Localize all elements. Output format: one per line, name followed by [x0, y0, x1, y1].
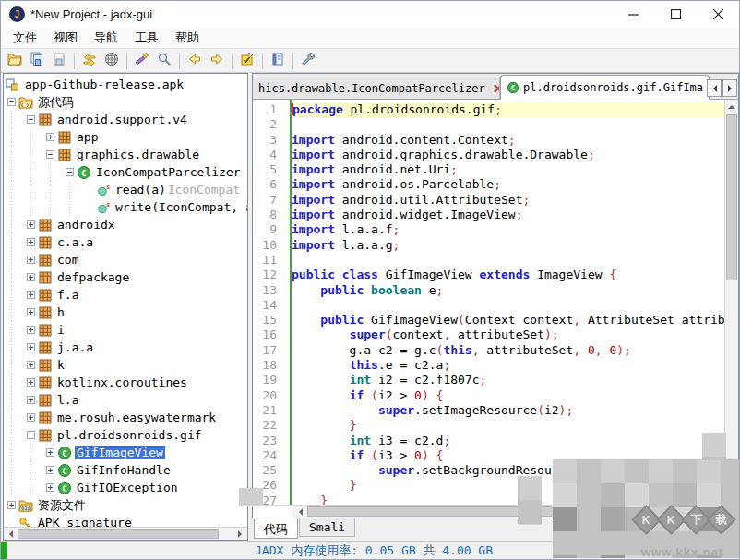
collapse-icon[interactable]: −: [66, 168, 74, 176]
minimize-button[interactable]: [612, 1, 654, 27]
tree-node-l-a[interactable]: +l.a: [4, 391, 247, 409]
open-folder-button[interactable]: [4, 51, 26, 71]
tree-node-i[interactable]: +i: [4, 321, 247, 339]
expand-icon[interactable]: +: [27, 273, 35, 281]
collapse-icon[interactable]: −: [27, 115, 35, 124]
expand-icon[interactable]: +: [27, 343, 35, 351]
reload-button[interactable]: [78, 51, 101, 71]
code-line-15: 15 public GifImageView(Context context, …: [253, 313, 738, 328]
tree-node-read-a[interactable]: sread(a) IconCompat: [4, 181, 247, 198]
tree-guide: [26, 181, 45, 198]
collapse-icon[interactable]: −: [7, 98, 16, 106]
tree-node-defpackage[interactable]: +defpackage: [4, 268, 247, 286]
tree-node-kotlinx-coroutines[interactable]: +kotlinx.coroutines: [4, 374, 247, 391]
scroll-thumb[interactable]: [726, 114, 737, 280]
tree-node-j-a-a[interactable]: +j.a.a: [4, 339, 247, 356]
file-tree[interactable]: app-Github-release.apk−源代码−android.suppo…: [4, 74, 247, 527]
watermark-mosaic: [518, 476, 554, 525]
editor-tab-hics-drawable-iconcompatparcelizer[interactable]: hics.drawable.IconCompatParcelizer: [253, 77, 500, 99]
settings-wrench-button[interactable]: [297, 51, 319, 71]
collapse-icon[interactable]: −: [27, 431, 35, 439]
tree-node-app-github-release-apk[interactable]: app-Github-release.apk: [4, 76, 247, 93]
tabs-scroll-left-button[interactable]: [707, 79, 722, 97]
quark-wand-button[interactable]: [131, 51, 153, 71]
close-icon: [713, 9, 723, 19]
tree-node-f-a[interactable]: +f.a: [4, 286, 247, 304]
tree-node-pl-droidsonroids-gif[interactable]: −pl.droidsonroids.gif: [4, 426, 247, 444]
tree-node-app[interactable]: +app: [4, 128, 247, 146]
expand-icon[interactable]: +: [27, 326, 35, 334]
scroll-up-button[interactable]: [725, 100, 738, 113]
tree-node-[interactable]: +010资源文件: [4, 496, 247, 514]
expand-icon[interactable]: +: [27, 256, 35, 264]
expand-icon[interactable]: +: [46, 448, 54, 457]
expand-icon[interactable]: +: [46, 466, 54, 474]
deobfuscation-button[interactable]: [101, 51, 123, 71]
tree-guide: [6, 356, 26, 374]
tree-node-iconcompatparcelizer[interactable]: −CIconCompatParcelizer: [4, 163, 247, 181]
tree-node-android-support-v4[interactable]: −android.support.v4: [4, 111, 247, 128]
tree-horizontal-scrollbar[interactable]: [4, 527, 247, 540]
tree-node-apk-signature[interactable]: APK signature: [4, 514, 247, 527]
expand-icon[interactable]: +: [27, 291, 35, 299]
tree-node-androidx[interactable]: +androidx: [4, 216, 247, 233]
expand-icon[interactable]: +: [46, 483, 54, 492]
tree-guide: [6, 426, 26, 444]
expand-icon[interactable]: +: [46, 133, 54, 141]
tree-node-com[interactable]: +com: [4, 251, 247, 268]
tree-node-write-iconcompat-a[interactable]: swrite(IconCompat, a: [4, 198, 247, 216]
expand-icon[interactable]: +: [27, 378, 35, 387]
tab-smali[interactable]: Smali: [299, 518, 355, 537]
tree-node-gifinfohandle[interactable]: +CGifInfoHandle: [4, 461, 247, 479]
edit-button[interactable]: [236, 51, 258, 71]
tree-node-me-rosuh-easywatermark[interactable]: +me.rosuh.easywatermark: [4, 409, 247, 426]
scroll-left-button[interactable]: [4, 528, 18, 540]
save-all-button[interactable]: [26, 51, 48, 71]
menu-item-view[interactable]: 视图: [45, 27, 86, 49]
scroll-left-button[interactable]: [293, 506, 307, 518]
menu-item-navigation[interactable]: 导航: [86, 27, 126, 49]
package-icon: [38, 340, 53, 355]
code-text: public boolean e;: [292, 283, 738, 298]
collapse-icon[interactable]: −: [46, 150, 54, 159]
line-number: 22: [253, 418, 284, 433]
tree-guide: [6, 163, 26, 181]
menu-item-help[interactable]: 帮助: [167, 27, 208, 49]
class-icon: C: [507, 81, 519, 94]
maximize-button[interactable]: [654, 1, 697, 27]
expand-icon[interactable]: +: [27, 396, 35, 404]
editor-tab-pl-droidsonroids-gif-gifima[interactable]: Cpl.droidsonroids.gif.GifIma: [500, 75, 710, 100]
forward-button[interactable]: [206, 51, 228, 71]
tree-guide: [6, 461, 26, 479]
expand-icon[interactable]: +: [27, 413, 35, 422]
search-button[interactable]: [153, 51, 175, 71]
menu-item-file[interactable]: 文件: [5, 27, 45, 49]
line-number: 1: [253, 102, 284, 117]
expand-icon[interactable]: +: [27, 238, 35, 246]
tree-node-[interactable]: −源代码: [4, 93, 247, 111]
tree-node-graphics-drawable[interactable]: −graphics.drawable: [4, 146, 247, 163]
tab-code[interactable]: 代码: [254, 518, 298, 539]
tree-node-k[interactable]: +k: [4, 356, 247, 374]
back-button[interactable]: [184, 51, 206, 71]
jadx-app-icon: J: [9, 6, 25, 22]
close-button[interactable]: [697, 1, 739, 27]
tree-node-h[interactable]: +h: [4, 304, 247, 321]
expand-icon[interactable]: +: [27, 361, 35, 369]
expand-icon[interactable]: +: [27, 308, 35, 316]
scroll-thumb[interactable]: [18, 529, 219, 539]
log-button[interactable]: [267, 51, 289, 71]
tree-node-gifioexception[interactable]: +CGifIOException: [4, 479, 247, 496]
save-button[interactable]: [48, 51, 70, 71]
menu-item-tools[interactable]: 工具: [126, 27, 167, 49]
tab-close-icon[interactable]: [493, 83, 500, 94]
tree-node-c-a-a[interactable]: +c.a.a: [4, 233, 247, 251]
scroll-right-button[interactable]: [233, 528, 247, 540]
code-text: }: [292, 418, 738, 433]
code-editor[interactable]: 1package pl.droidsonroids.gif;23import a…: [253, 100, 738, 505]
svg-text:s: s: [106, 200, 110, 208]
tree-node-gifimageview[interactable]: +CGifImageView: [4, 444, 247, 461]
expand-icon[interactable]: +: [27, 220, 35, 229]
tabs-scroll-right-button[interactable]: [722, 79, 737, 97]
expand-icon[interactable]: +: [7, 501, 16, 509]
